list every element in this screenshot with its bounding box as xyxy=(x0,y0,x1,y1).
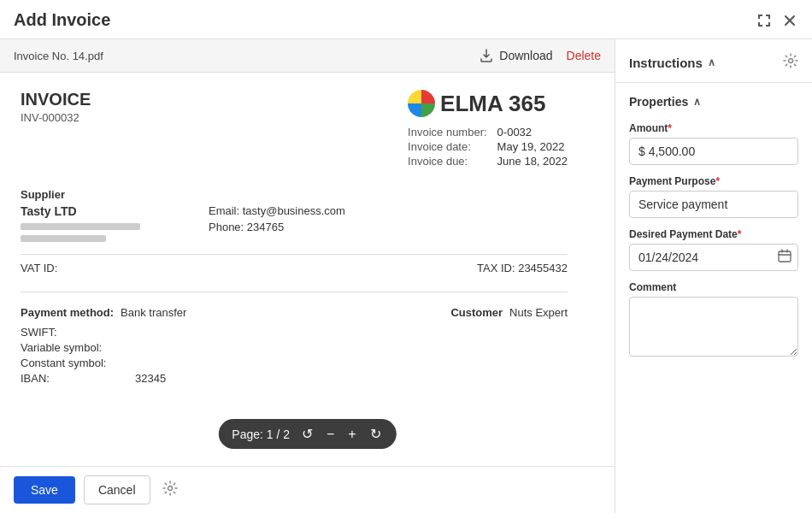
calendar-button[interactable] xyxy=(778,249,791,266)
invoice-meta: Invoice number: 0-0032 Invoice date: May… xyxy=(408,126,568,168)
invoice-date-value: May 19, 2022 xyxy=(497,140,568,153)
phone-value: 234765 xyxy=(247,221,284,233)
right-panel-body: Properties ∧ Amount* Payment Purpose* xyxy=(615,83,812,369)
invoice-id-section: INVOICE INV-000032 xyxy=(21,90,91,124)
swift-label: SWIFT: xyxy=(21,326,132,339)
amount-label: Amount* xyxy=(629,122,798,134)
constant-symbol-value xyxy=(135,357,568,369)
dialog-header: Add Invoice xyxy=(0,0,812,39)
right-panel: Instructions ∧ Properties ∧ Amount* xyxy=(615,39,812,513)
supplier-left: Tasty LTD xyxy=(21,204,191,247)
tax-id-value: 23455432 xyxy=(518,262,568,274)
invoice-number-small: INV-000032 xyxy=(21,111,91,124)
payment-method-value: Bank transfer xyxy=(121,306,186,319)
instructions-label: Instructions xyxy=(629,56,703,70)
elma-logo-text: ELMA 365 xyxy=(440,91,545,117)
payment-purpose-required: * xyxy=(715,175,720,187)
dialog-title: Add Invoice xyxy=(14,10,110,30)
payment-purpose-input[interactable] xyxy=(629,191,798,218)
invoice-label: INVOICE xyxy=(21,90,91,109)
invoice-number-value: 0-0032 xyxy=(497,126,568,139)
desired-payment-date-input[interactable] xyxy=(629,244,798,271)
invoice-date-label: Invoice date: xyxy=(408,140,487,153)
payment-method-row: Payment method: Bank transfer xyxy=(21,306,186,319)
close-button[interactable] xyxy=(781,12,798,29)
supplier-title: Supplier xyxy=(21,188,568,201)
supplier-section: Supplier Tasty LTD Email: tasty@business… xyxy=(21,188,568,274)
desired-payment-date-label: Desired Payment Date* xyxy=(629,228,798,240)
invoice-number-label: Invoice number: xyxy=(408,126,487,139)
email-value: tasty@business.com xyxy=(243,204,345,217)
payment-details: SWIFT: Variable symbol: Constant symbol:… xyxy=(21,326,568,385)
footer-settings-button[interactable] xyxy=(162,481,178,500)
customer-section: Customer Nuts Expert xyxy=(450,306,568,321)
left-panel: Invoice No. 14.pdf Download Delete INVOI… xyxy=(0,39,615,513)
invoice-area[interactable]: INVOICE INV-000032 ELMA 365 Invoice numb… xyxy=(0,73,615,466)
redacted-line-1 xyxy=(21,223,140,230)
desired-payment-date-field-group: Desired Payment Date* xyxy=(629,228,798,271)
invoice-right-section: ELMA 365 Invoice number: 0-0032 Invoice … xyxy=(408,90,568,168)
invoice-document: INVOICE INV-000032 ELMA 365 Invoice numb… xyxy=(21,90,568,385)
properties-chevron-icon: ∧ xyxy=(693,96,701,108)
payment-purpose-label: Payment Purpose* xyxy=(629,175,798,187)
svg-rect-2 xyxy=(779,251,791,262)
payment-purpose-field-group: Payment Purpose* xyxy=(629,175,798,218)
delete-button[interactable]: Delete xyxy=(567,49,601,62)
right-panel-settings-button[interactable] xyxy=(783,53,798,72)
supplier-phone: Phone: 234765 xyxy=(209,221,568,233)
elma-logo: ELMA 365 xyxy=(408,90,568,117)
swift-value xyxy=(135,326,568,339)
iban-value: 32345 xyxy=(135,372,568,385)
zoom-in-button[interactable]: + xyxy=(346,427,357,442)
amount-input[interactable] xyxy=(629,138,798,165)
customer-value: Nuts Expert xyxy=(509,306,568,321)
date-input-wrap xyxy=(629,244,798,271)
supplier-row: Tasty LTD Email: tasty@business.com Phon… xyxy=(21,204,568,247)
constant-symbol-label: Constant symbol: xyxy=(21,357,132,369)
comment-textarea[interactable] xyxy=(629,297,798,357)
amount-required: * xyxy=(668,122,672,134)
redacted-line-2 xyxy=(21,235,106,242)
save-button[interactable]: Save xyxy=(14,476,75,504)
zoom-out-button[interactable]: − xyxy=(325,427,336,442)
calendar-icon xyxy=(778,249,791,262)
file-name: Invoice No. 14.pdf xyxy=(14,50,103,62)
right-panel-gear-icon xyxy=(783,53,798,68)
vat-id: VAT ID: xyxy=(21,262,57,274)
variable-symbol-label: Variable symbol: xyxy=(21,341,132,354)
tax-id-label: TAX ID: xyxy=(477,262,515,274)
payment-top-row: Payment method: Bank transfer Customer N… xyxy=(21,306,568,321)
vat-id-label: VAT ID: xyxy=(21,262,57,274)
svg-point-1 xyxy=(789,59,793,63)
variable-symbol-value xyxy=(135,341,568,354)
rotate-left-button[interactable]: ↺ xyxy=(300,426,315,442)
properties-label: Properties xyxy=(629,95,688,109)
payment-section: Payment method: Bank transfer Customer N… xyxy=(21,292,568,385)
supplier-name: Tasty LTD xyxy=(21,204,191,218)
supplier-email: Email: tasty@business.com xyxy=(209,204,568,217)
invoice-due-value: June 18, 2022 xyxy=(497,155,568,168)
elma-logo-ring xyxy=(408,90,435,117)
gear-icon xyxy=(162,481,178,496)
comment-label: Comment xyxy=(629,281,798,293)
expand-button[interactable] xyxy=(756,12,773,29)
email-label: Email: xyxy=(209,204,239,217)
download-icon xyxy=(479,48,494,63)
main-layout: Invoice No. 14.pdf Download Delete INVOI… xyxy=(0,39,812,513)
date-required: * xyxy=(738,228,742,240)
payment-method-label: Payment method: xyxy=(21,306,114,319)
instructions-title: Instructions ∧ xyxy=(629,56,715,70)
file-bar: Invoice No. 14.pdf Download Delete xyxy=(0,39,615,73)
comment-field-group: Comment xyxy=(629,281,798,357)
supplier-right: Email: tasty@business.com Phone: 234765 xyxy=(191,204,568,233)
vat-row: VAT ID: TAX ID: 23455432 xyxy=(21,254,568,274)
iban-label: IBAN: xyxy=(21,372,132,385)
header-actions xyxy=(756,12,798,29)
invoice-due-label: Invoice due: xyxy=(408,155,487,168)
cancel-button[interactable]: Cancel xyxy=(84,475,150,504)
rotate-right-button[interactable]: ↻ xyxy=(368,426,383,442)
download-button[interactable]: Download xyxy=(479,48,552,63)
phone-label: Phone: xyxy=(209,221,244,233)
invoice-top: INVOICE INV-000032 ELMA 365 Invoice numb… xyxy=(21,90,568,168)
right-panel-header: Instructions ∧ xyxy=(615,39,812,83)
